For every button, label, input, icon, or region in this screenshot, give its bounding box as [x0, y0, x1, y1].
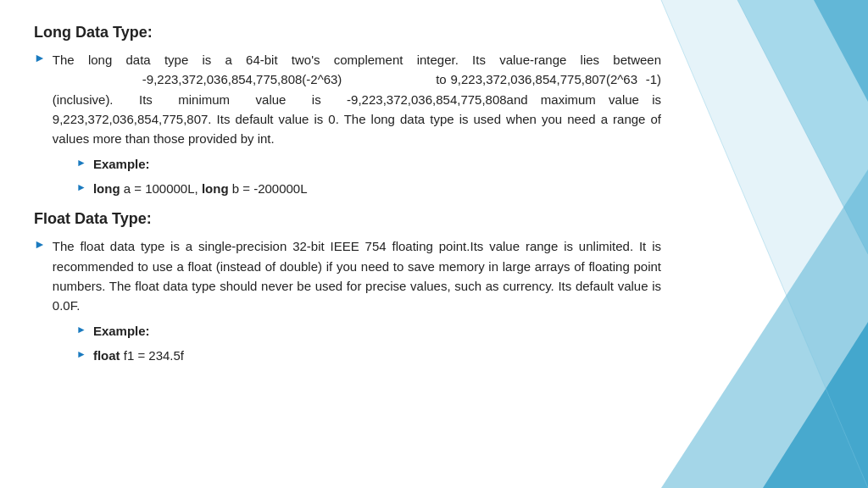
float-bullet-item: ► The float data type is a single-precis…: [34, 236, 661, 315]
long-keyword2: long: [202, 181, 229, 196]
float-data-type-section: Float Data Type: ► The float data type i…: [34, 210, 661, 365]
sub-arrow-float-example: ►: [76, 324, 86, 336]
long-code-text2: b = -200000L: [229, 181, 308, 196]
float-keyword1: float: [93, 348, 120, 363]
svg-line-6: [737, 0, 868, 254]
sub-arrow-long-code: ►: [76, 181, 86, 194]
main-content: Long Data Type: ► The long data type is …: [0, 0, 695, 387]
float-code-line: float f1 = 234.5f: [93, 347, 184, 366]
long-data-type-section: Long Data Type: ► The long data type is …: [34, 24, 661, 198]
long-code-item: ► long a = 100000L, long b = -200000L: [76, 180, 661, 199]
bullet-arrow-float: ►: [34, 238, 46, 252]
long-bullet-item: ► The long data type is a 64-bit two's c…: [34, 50, 661, 148]
long-description: The long data type is a 64-bit two's com…: [53, 50, 661, 148]
float-code-text1: f1 = 234.5f: [120, 348, 184, 363]
float-code-item: ► float f1 = 234.5f: [76, 347, 661, 366]
float-example-label-item: ► Example:: [76, 322, 661, 341]
bullet-arrow-long: ►: [34, 52, 46, 65]
sub-arrow-float-code: ►: [76, 348, 86, 361]
svg-marker-4: [814, 0, 868, 102]
svg-marker-1: [737, 0, 868, 254]
long-example-label: Example:: [93, 155, 150, 175]
sub-arrow-long-example: ►: [76, 157, 86, 169]
float-example-label: Example:: [93, 322, 150, 341]
svg-marker-3: [763, 322, 868, 488]
long-example-label-item: ► Example:: [76, 155, 661, 175]
long-heading: Long Data Type:: [34, 24, 661, 42]
float-description: The float data type is a single-precisio…: [53, 236, 661, 315]
long-code-text1: a = 100000L,: [120, 181, 202, 196]
float-heading: Float Data Type:: [34, 210, 661, 228]
long-keyword1: long: [93, 181, 120, 196]
long-code-line: long a = 100000L, long b = -200000L: [93, 180, 308, 199]
